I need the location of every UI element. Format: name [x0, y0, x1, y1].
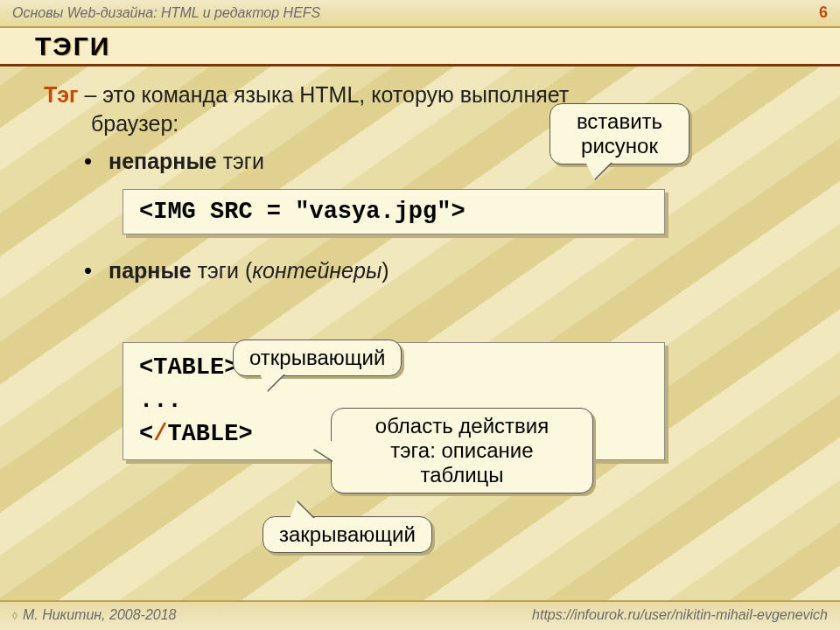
callout-closing-tag: закрывающий — [262, 516, 432, 553]
breadcrumb: Основы Web-дизайна: HTML и редактор HEFS — [12, 5, 320, 20]
intro-highlight: Тэг — [44, 82, 79, 107]
footer-url: https://infourok.ru/user/nikitin-mihail-… — [532, 607, 828, 630]
code-example-img: <IMG SRC = "vasya.jpg"> — [122, 189, 665, 234]
slide-header: Основы Web-дизайна: HTML и редактор HEFS… — [0, 0, 840, 28]
callout-insert-image: вставить рисунок — [550, 103, 690, 164]
slide-footer: М. Никитин, 2008-2018 https://infourok.r… — [0, 600, 840, 630]
bullet-unpaired: непарные тэги — [84, 148, 814, 175]
intro-text: Тэг – это команда языка HTML, которую вы… — [44, 80, 814, 137]
page-title: ТЭГИ — [35, 28, 840, 61]
callout-tag-scope: область действия тэга: описание таблицы — [331, 408, 593, 494]
page-number: 6 — [819, 4, 828, 22]
bullet-paired: парные тэги (контейнеры) — [84, 257, 814, 284]
footer-author: М. Никитин, 2008-2018 — [12, 607, 177, 630]
callout-opening-tag: открывающий — [233, 340, 402, 376]
title-bar: ТЭГИ — [0, 28, 840, 66]
